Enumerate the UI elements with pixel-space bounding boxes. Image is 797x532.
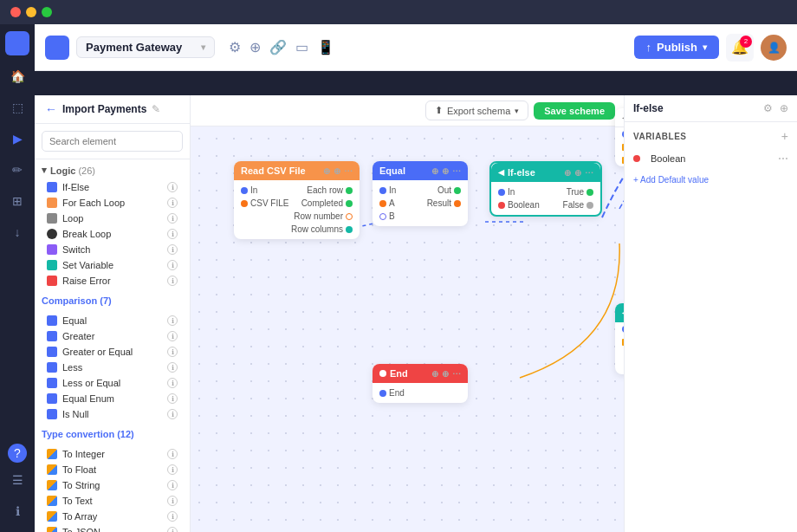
sidebar-item-to-array[interactable]: To Array ℹ: [42, 509, 183, 524]
nav-edit[interactable]: ✏: [3, 156, 31, 184]
nav-info[interactable]: ℹ: [3, 497, 31, 525]
search-input[interactable]: [42, 131, 183, 152]
sidebar-item-to-float[interactable]: To Float ℹ: [42, 462, 183, 477]
export-icon: ⬆: [435, 105, 443, 116]
var-dot-boolean: [633, 155, 640, 162]
edit-icon[interactable]: ✎: [152, 103, 160, 115]
app-header: Payment Gateway ▾ ⚙ ⊕ 🔗 ▭ 📱 ↑ Publish ▾ …: [35, 24, 797, 71]
publish-button[interactable]: ↑ Publish ▾: [634, 36, 719, 59]
info-icon: ℹ: [167, 409, 178, 419]
save-scheme-button[interactable]: Save scheme: [534, 102, 615, 120]
nav-grid[interactable]: [5, 31, 29, 55]
equal-node[interactable]: Equal ⊕⊕⋯ InOut AResult B: [373, 161, 468, 226]
variables-header: VARIABLES +: [633, 129, 788, 143]
nav-network[interactable]: ⊞: [3, 187, 31, 215]
sidebar-item-less[interactable]: Less ℹ: [42, 360, 183, 375]
info-icon: ℹ: [167, 276, 178, 286]
minimize-dot[interactable]: [26, 7, 36, 17]
variable-row-boolean: Boolean ⋯: [633, 150, 788, 167]
for-each-header: ◀ For Each Loop ⊕⊕⋯: [615, 303, 624, 322]
nav-list[interactable]: ☰: [3, 466, 31, 494]
chevron-down-icon: ▾: [703, 42, 707, 52]
export-schema-button[interactable]: ⬆ Export schema ▾: [425, 101, 528, 120]
if-else-node[interactable]: ◀ If-else ⊕⊕⋯ InTrue BooleanFalse: [489, 161, 602, 217]
expand-icon[interactable]: ⊕: [780, 102, 788, 114]
sidebar-item-is-null[interactable]: Is Null ℹ: [42, 406, 183, 422]
comparison-section-title: Comparison (7): [35, 290, 190, 308]
nav-help[interactable]: ?: [8, 444, 27, 463]
sidebar: ← Import Payments ✎ ▾ Logic (26) If-Else…: [35, 95, 191, 532]
breadcrumb: ← Import Payments ✎: [35, 95, 190, 124]
right-panel: If-else ⚙ ⊕ VARIABLES + Boolean ⋯: [624, 95, 797, 532]
read-csv-node[interactable]: Read CSV File ⊕⊕⋯ InEach row CSV FILECom…: [234, 161, 360, 239]
add-default-value[interactable]: + Add Default value: [633, 174, 788, 185]
sidebar-item-if-else[interactable]: If-Else ℹ: [42, 179, 183, 195]
logic-group: ▾ Logic (26) If-Else ℹ For Each Loop ℹ L…: [35, 159, 190, 290]
for-each-node[interactable]: ◀ For Each Loop ⊕⊕⋯ InLoop body ArrayCom…: [615, 303, 624, 374]
canvas[interactable]: ⬆ Export schema ▾ Save scheme Read CSV F…: [191, 95, 624, 532]
canvas-toolbar: ⬆ Export schema ▾ Save scheme: [191, 95, 624, 127]
info-icon: ℹ: [167, 229, 178, 239]
notifications-button[interactable]: 🔔 2: [726, 34, 754, 62]
info-icon: ℹ: [167, 511, 178, 522]
if-else-body: InTrue BooleanFalse: [491, 182, 600, 215]
comparison-group: Equal ℹ Greater ℹ Greater or Equal ℹ Les…: [35, 308, 190, 424]
maximize-dot[interactable]: [42, 7, 52, 17]
sidebar-item-to-json[interactable]: To JSON ℹ: [42, 524, 183, 532]
info-icon: ℹ: [167, 315, 178, 326]
sidebar-item-greater[interactable]: Greater ℹ: [42, 328, 183, 344]
sidebar-item-to-integer[interactable]: To Integer ℹ: [42, 446, 183, 462]
chevron-down-icon: ▾: [42, 165, 47, 176]
mobile-icon[interactable]: 📱: [317, 39, 334, 55]
sidebar-item-equal-enum[interactable]: Equal Enum ℹ: [42, 391, 183, 406]
panel-header-icons: ⚙ ⊕: [763, 102, 788, 114]
sidebar-item-to-string[interactable]: To String ℹ: [42, 477, 183, 493]
back-button[interactable]: ←: [45, 102, 57, 116]
nav-box[interactable]: ⬚: [3, 94, 31, 121]
sidebar-item-switch[interactable]: Switch ℹ: [42, 242, 183, 257]
equal-body: InOut AResult B: [373, 180, 468, 226]
sidebar-item-set-variable[interactable]: Set Variable ℹ: [42, 257, 183, 273]
variables-section: VARIABLES + Boolean ⋯ + Add Default valu…: [625, 122, 797, 191]
info-icon: ℹ: [167, 449, 178, 459]
sidebar-item-break-loop[interactable]: Break Loop ℹ: [42, 226, 183, 242]
titlebar: [0, 0, 797, 24]
sidebar-item-greater-equal[interactable]: Greater or Equal ℹ: [42, 344, 183, 360]
info-icon: ℹ: [167, 244, 178, 255]
logic-group-label: Logic (26): [50, 165, 95, 176]
gear-icon[interactable]: ⚙: [229, 39, 241, 55]
sidebar-item-raise-error[interactable]: Raise Error ℹ: [42, 273, 183, 289]
nav-home[interactable]: 🏠: [3, 62, 31, 90]
logic-group-header[interactable]: ▾ Logic (26): [42, 165, 183, 176]
avatar[interactable]: 👤: [761, 35, 787, 61]
sidebar-item-loop[interactable]: Loop ℹ: [42, 211, 183, 226]
nav-download[interactable]: ↓: [3, 218, 31, 246]
info-icon: ℹ: [167, 182, 178, 192]
project-selector[interactable]: Payment Gateway ▾: [76, 36, 215, 58]
info-icon: ℹ: [167, 213, 178, 224]
share-icon[interactable]: ⊕: [249, 39, 261, 55]
link-icon[interactable]: 🔗: [269, 39, 287, 55]
desktop-icon[interactable]: ▭: [295, 39, 308, 55]
set-variable-node[interactable]: ◀ Set Variable ⊕⊕⋯ InOut Variable Value: [615, 108, 624, 166]
end-node[interactable]: End ⊕⊕⋯ End: [373, 364, 468, 403]
settings-icon[interactable]: ⚙: [763, 102, 773, 114]
var-more-icon[interactable]: ⋯: [778, 152, 788, 165]
project-name: Payment Gateway: [86, 41, 182, 54]
app-logo: [45, 36, 69, 60]
nav-play[interactable]: ▶: [3, 125, 31, 152]
info-icon: ℹ: [167, 464, 178, 475]
info-icon: ℹ: [167, 480, 178, 490]
header-tools: ⚙ ⊕ 🔗 ▭ 📱: [229, 39, 334, 55]
set-variable-header: ◀ Set Variable ⊕⊕⋯: [615, 108, 624, 127]
sidebar-item-to-text[interactable]: To Text ℹ: [42, 493, 183, 509]
close-dot[interactable]: [10, 7, 21, 17]
info-icon: ℹ: [167, 527, 178, 532]
read-csv-body: InEach row CSV FILECompleted Row number …: [234, 180, 360, 239]
sidebar-item-for-each[interactable]: For Each Loop ℹ: [42, 195, 183, 211]
sidebar-item-equal[interactable]: Equal ℹ: [42, 313, 183, 328]
upload-icon: ↑: [646, 41, 652, 54]
variables-label: VARIABLES: [633, 132, 687, 141]
add-variable-icon[interactable]: +: [781, 129, 788, 143]
sidebar-item-less-equal[interactable]: Less or Equal ℹ: [42, 375, 183, 391]
